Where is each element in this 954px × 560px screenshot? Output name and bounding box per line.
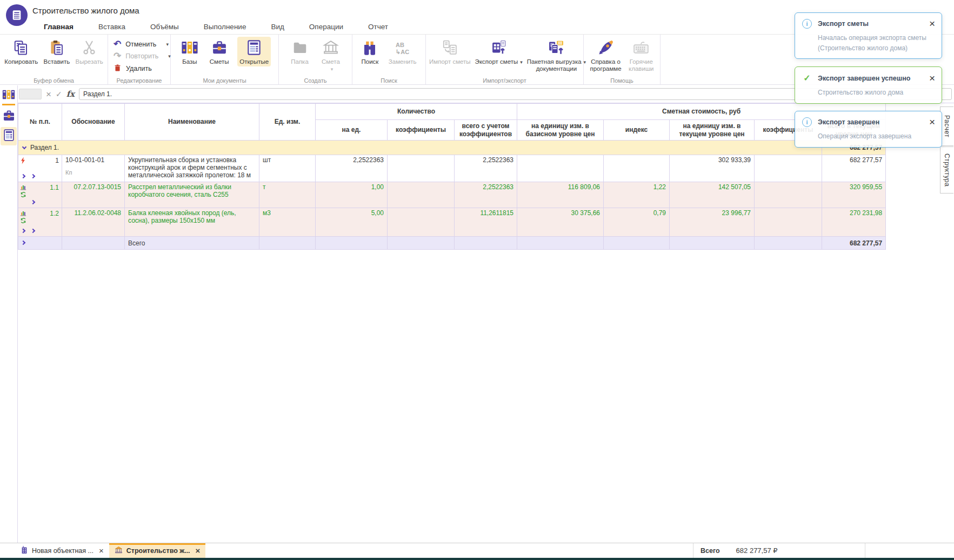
chart-icon: [20, 210, 26, 218]
cancel-icon[interactable]: ×: [46, 90, 51, 99]
toolbar-group-editing: ↶ Отменить ▾ ↷ Повторить ▾ Удалить Редак…: [108, 35, 171, 84]
row-cost-current: 23 996,77: [670, 208, 755, 237]
doc-tab-label: Строительство ж...: [126, 547, 190, 555]
bases-icon: [181, 38, 199, 57]
group-label-search: Поиск: [352, 77, 425, 84]
close-icon[interactable]: ×: [929, 74, 935, 82]
table-row[interactable]: 1.2 11.2.06.02-0048 Балка клееная хвойны…: [18, 208, 886, 237]
notification-title: Экспорт сметы: [818, 20, 923, 28]
section-collapse-icon[interactable]: [22, 145, 26, 149]
doc-tab-new-object[interactable]: Новая объектная ... ×: [15, 543, 109, 558]
row-cost-current: 302 933,39: [670, 155, 755, 182]
table-row[interactable]: 1.1 07.2.07.13-0015 Расстрел металлическ…: [18, 182, 886, 208]
notification-export-success: ✓ Экспорт завершен успешно × Строительст…: [795, 66, 942, 104]
col-header-unit[interactable]: Ед. изм.: [259, 104, 316, 141]
row-qty-total: 11,2611815: [455, 208, 517, 237]
group-label-import-export: Импорт/экспорт: [426, 77, 583, 84]
briefcase-small-icon: [2, 109, 16, 124]
col-header-name[interactable]: Наименование: [125, 104, 259, 141]
create-estimate-dropdown-icon[interactable]: ▾: [331, 66, 333, 72]
redo-icon: ↷: [114, 51, 121, 61]
replace-icon: AB↳AC: [396, 38, 409, 57]
create-estimate-button[interactable]: Смета ▾: [319, 37, 342, 73]
row-expand-icon[interactable]: [21, 241, 25, 245]
export-dropdown-icon[interactable]: ▾: [520, 59, 523, 65]
folder-icon: [292, 38, 308, 57]
binoculars-icon: [362, 38, 378, 57]
redo-button[interactable]: ↷ Повторить ▾: [114, 51, 169, 61]
right-tab-structure[interactable]: Структура: [940, 146, 953, 194]
row-cost-base: 116 809,06: [517, 182, 604, 208]
copy-button[interactable]: Копировать: [2, 37, 40, 66]
row-expand-icon[interactable]: [31, 229, 35, 233]
estimates-button-label: Сметы: [210, 58, 229, 65]
undo-button-label: Отменить: [125, 41, 156, 48]
batch-export-button[interactable]: Пакетная выгрузка▾документации: [525, 37, 588, 74]
sidebar-opened-button[interactable]: [1, 127, 17, 145]
row-unit: шт: [259, 155, 316, 182]
row-expand-icon[interactable]: [21, 174, 25, 178]
cut-button[interactable]: Вырезать: [74, 37, 105, 66]
row-cost-index: [604, 155, 670, 182]
sync-icon: [20, 191, 26, 199]
sidebar-estimates-button[interactable]: [1, 108, 17, 125]
notification-message: Операция экспорта завершена: [818, 131, 935, 142]
row-unit: м3: [259, 208, 316, 237]
close-icon[interactable]: ×: [196, 546, 201, 555]
chart-icon: [20, 184, 26, 192]
row-expand-icon[interactable]: [31, 174, 35, 178]
estimates-button[interactable]: Сметы: [208, 37, 231, 66]
app-logo-icon[interactable]: [6, 4, 28, 26]
search-button[interactable]: Поиск: [359, 37, 381, 66]
cell-reference-box[interactable]: [19, 89, 42, 99]
replace-button[interactable]: AB↳AC Заменить: [386, 37, 419, 66]
col-header-cost-index[interactable]: индекс: [604, 120, 670, 141]
doc-tab-construction[interactable]: Строительство ж... ×: [109, 543, 206, 558]
create-estimate-button-label: Смета: [322, 58, 340, 65]
undo-dropdown-icon[interactable]: ▾: [166, 42, 169, 47]
undo-icon: ↶: [114, 39, 121, 49]
close-icon[interactable]: ×: [929, 118, 935, 126]
fx-icon[interactable]: fx: [66, 89, 75, 99]
col-header-qty-per[interactable]: на ед.: [316, 120, 388, 141]
toolbar-group-my-documents: Базы Сметы Открытые Мои документы: [171, 35, 279, 84]
row-expand-icon[interactable]: [21, 229, 25, 233]
export-estimate-button-label: Экспорт сметы▾: [475, 58, 523, 65]
opened-button[interactable]: Открытые: [237, 37, 271, 66]
create-folder-button-label: Папка: [291, 58, 309, 65]
notification-export-finished: i Экспорт завершен × Операция экспорта з…: [795, 111, 942, 148]
hotkeys-button-label: Горячиеклавиши: [629, 58, 653, 72]
cut-button-label: Вырезать: [76, 58, 103, 65]
close-icon[interactable]: ×: [99, 546, 104, 555]
col-header-num[interactable]: № п.п.: [18, 104, 62, 141]
paste-button[interactable]: Вставить: [41, 37, 72, 66]
sidebar-bases-button[interactable]: [1, 87, 17, 106]
col-group-quantity[interactable]: Количество: [316, 104, 517, 120]
about-button[interactable]: Справка опрограмме: [588, 37, 623, 74]
window-bottom-edge: [0, 558, 954, 560]
confirm-icon[interactable]: ✓: [56, 90, 62, 98]
status-total: Всего 682 277,57 ₽: [693, 543, 865, 558]
row-expand-icon[interactable]: [31, 200, 35, 204]
row-name: Укрупнительная сборка и установка констр…: [125, 155, 259, 182]
col-header-cost-current[interactable]: на единицу изм. в текущем уровне цен: [670, 120, 755, 141]
application-window: Строительство жилого дома Главная Вставк…: [0, 0, 954, 560]
table-row[interactable]: 1 10-01-001-01Кп Укрупнительная сборка и…: [18, 155, 886, 182]
col-header-qty-total[interactable]: всего с учетом коэффициентов: [455, 120, 517, 141]
col-header-qty-coef[interactable]: коэффициенты: [388, 120, 455, 141]
col-header-justification[interactable]: Обоснование: [62, 104, 125, 141]
delete-button[interactable]: Удалить: [114, 63, 169, 74]
hotkeys-button[interactable]: Горячиеклавиши: [626, 37, 656, 74]
undo-button[interactable]: ↶ Отменить ▾: [114, 39, 169, 49]
close-icon[interactable]: ×: [929, 19, 935, 28]
briefcase-icon: [211, 38, 228, 57]
toolbar-group-search: Поиск AB↳AC Заменить Поиск: [352, 35, 426, 84]
create-folder-button[interactable]: Папка: [289, 37, 311, 66]
export-estimate-button[interactable]: Экспорт сметы▾: [473, 37, 525, 66]
bases-button[interactable]: Базы: [178, 37, 201, 66]
redo-button-label: Повторить: [125, 52, 158, 60]
col-header-cost-base[interactable]: на единицу изм. в базисном уровне цен: [517, 120, 604, 141]
info-icon: i: [802, 117, 812, 127]
import-estimate-button[interactable]: Импорт сметы: [427, 37, 473, 66]
document-title: Строительство жилого дома: [32, 6, 139, 15]
